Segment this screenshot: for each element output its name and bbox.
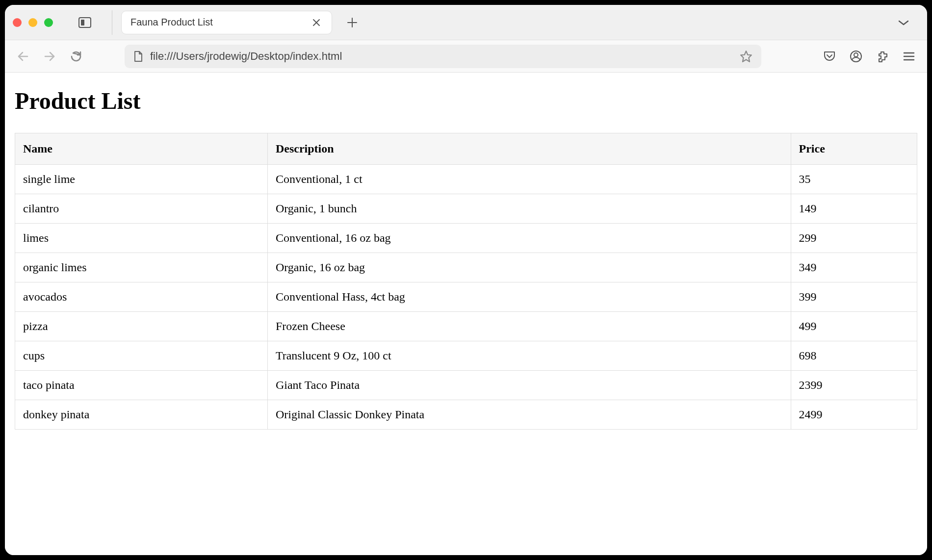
cell-price: 35	[791, 165, 917, 194]
cell-name: cups	[15, 341, 268, 371]
pocket-icon[interactable]	[822, 49, 837, 64]
cell-description: Frozen Cheese	[267, 312, 791, 341]
cell-description: Giant Taco Pinata	[267, 371, 791, 400]
cell-description: Conventional, 1 ct	[267, 165, 791, 194]
cell-price: 149	[791, 194, 917, 224]
table-row: cupsTranslucent 9 Oz, 100 ct698	[15, 341, 917, 371]
cell-name: pizza	[15, 312, 268, 341]
table-row: pizzaFrozen Cheese499	[15, 312, 917, 341]
toolbar: file:///Users/jrodewig/Desktop/index.htm…	[5, 40, 927, 73]
file-icon	[133, 51, 143, 62]
cell-name: avocados	[15, 282, 268, 312]
cell-description: Conventional Hass, 4ct bag	[267, 282, 791, 312]
cell-description: Organic, 16 oz bag	[267, 253, 791, 282]
sidebar-toggle-icon[interactable]	[78, 15, 92, 30]
bookmark-star-icon[interactable]	[740, 50, 752, 63]
browser-window: Fauna Product List	[5, 5, 927, 555]
cell-description: Translucent 9 Oz, 100 ct	[267, 341, 791, 371]
table-row: avocadosConventional Hass, 4ct bag399	[15, 282, 917, 312]
cell-price: 698	[791, 341, 917, 371]
table-row: cilantroOrganic, 1 bunch149	[15, 194, 917, 224]
reload-button[interactable]	[69, 49, 83, 64]
extensions-icon[interactable]	[875, 49, 890, 64]
cell-price: 299	[791, 224, 917, 253]
cell-name: organic limes	[15, 253, 268, 282]
cell-name: limes	[15, 224, 268, 253]
column-header-description: Description	[267, 133, 791, 165]
product-table: Name Description Price single limeConven…	[15, 133, 917, 430]
page-title: Product List	[15, 87, 917, 114]
tabs-dropdown-icon[interactable]	[888, 19, 919, 26]
column-header-name: Name	[15, 133, 268, 165]
cell-price: 2499	[791, 400, 917, 430]
tab-bar: Fauna Product List	[5, 5, 927, 40]
table-row: taco pinataGiant Taco Pinata2399	[15, 371, 917, 400]
table-row: organic limesOrganic, 16 oz bag349	[15, 253, 917, 282]
cell-description: Original Classic Donkey Pinata	[267, 400, 791, 430]
browser-tab[interactable]: Fauna Product List	[121, 11, 332, 34]
tab-separator	[112, 10, 112, 35]
cell-name: donkey pinata	[15, 400, 268, 430]
close-window-button[interactable]	[13, 18, 22, 27]
cell-price: 499	[791, 312, 917, 341]
menu-icon[interactable]	[902, 49, 916, 64]
back-button[interactable]	[16, 49, 30, 64]
new-tab-button[interactable]	[337, 17, 367, 28]
window-controls	[13, 18, 53, 27]
close-tab-icon[interactable]	[310, 18, 323, 27]
cell-description: Organic, 1 bunch	[267, 194, 791, 224]
cell-price: 399	[791, 282, 917, 312]
column-header-price: Price	[791, 133, 917, 165]
cell-price: 2399	[791, 371, 917, 400]
page-content: Product List Name Description Price sing…	[5, 73, 927, 555]
cell-description: Conventional, 16 oz bag	[267, 224, 791, 253]
forward-button[interactable]	[42, 49, 57, 64]
url-text: file:///Users/jrodewig/Desktop/index.htm…	[150, 50, 733, 63]
account-icon[interactable]	[849, 49, 863, 64]
table-row: donkey pinataOriginal Classic Donkey Pin…	[15, 400, 917, 430]
table-row: single limeConventional, 1 ct35	[15, 165, 917, 194]
cell-name: taco pinata	[15, 371, 268, 400]
url-bar[interactable]: file:///Users/jrodewig/Desktop/index.htm…	[125, 45, 761, 68]
cell-name: single lime	[15, 165, 268, 194]
tab-title: Fauna Product List	[130, 17, 305, 28]
svg-marker-8	[741, 51, 751, 62]
maximize-window-button[interactable]	[44, 18, 53, 27]
table-row: limesConventional, 16 oz bag299	[15, 224, 917, 253]
table-header-row: Name Description Price	[15, 133, 917, 165]
cell-name: cilantro	[15, 194, 268, 224]
svg-rect-0	[79, 18, 91, 27]
minimize-window-button[interactable]	[28, 18, 37, 27]
svg-point-10	[854, 53, 858, 57]
svg-rect-1	[81, 20, 84, 25]
cell-price: 349	[791, 253, 917, 282]
